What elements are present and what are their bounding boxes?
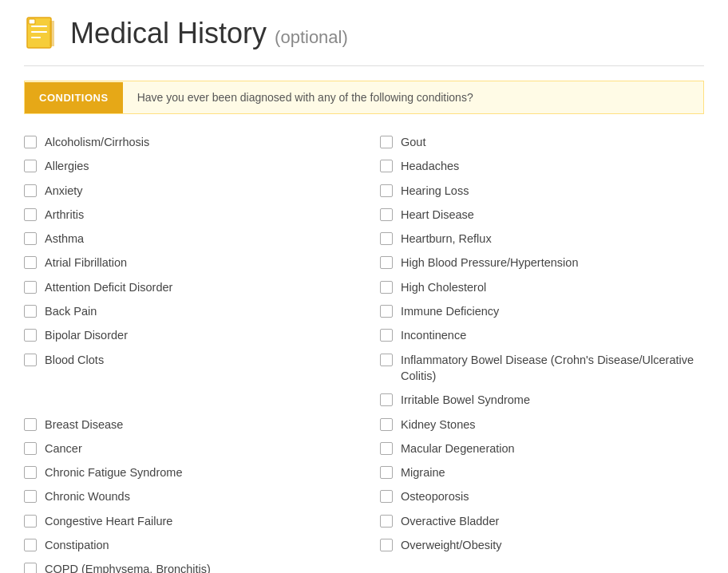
- condition-label: Bipolar Disorder: [45, 327, 128, 343]
- condition-label: Anxiety: [45, 183, 83, 199]
- list-item: Breast Disease: [24, 413, 348, 437]
- condition-checkbox[interactable]: [24, 490, 37, 503]
- condition-checkbox[interactable]: [24, 466, 37, 479]
- list-item: Constipation: [24, 533, 348, 557]
- conditions-grid: Alcoholism/CirrhosisGoutAllergiesHeadach…: [24, 130, 704, 573]
- page-title: Medical History (optional): [70, 17, 348, 50]
- condition-label: Heartburn, Reflux: [401, 231, 492, 247]
- condition-label: Macular Degeneration: [401, 441, 515, 456]
- list-item: Atrial Fibrillation: [24, 251, 348, 275]
- condition-checkbox[interactable]: [24, 136, 37, 148]
- list-item: Overweight/Obesity: [380, 533, 704, 557]
- list-item: High Blood Pressure/Hypertension: [380, 251, 704, 275]
- list-item: Macular Degeneration: [380, 437, 704, 460]
- list-item: High Cholesterol: [380, 275, 704, 299]
- condition-label: COPD (Emphysema, Bronchitis): [45, 561, 211, 573]
- list-item: Congestive Heart Failure: [24, 509, 348, 533]
- condition-checkbox[interactable]: [380, 490, 393, 503]
- list-item: Cancer: [24, 437, 348, 460]
- condition-label: High Cholesterol: [401, 279, 486, 295]
- condition-checkbox[interactable]: [380, 208, 393, 221]
- condition-checkbox[interactable]: [380, 232, 393, 245]
- list-item: Headaches: [380, 154, 704, 178]
- condition-label: Osteoporosis: [401, 488, 469, 504]
- condition-label: Headaches: [401, 158, 459, 174]
- list-item: Gout: [380, 130, 704, 154]
- condition-checkbox[interactable]: [24, 232, 37, 245]
- condition-checkbox[interactable]: [380, 305, 393, 318]
- list-item: Kidney Stones: [380, 413, 704, 437]
- condition-checkbox[interactable]: [380, 466, 393, 479]
- condition-label: Cancer: [45, 441, 82, 456]
- list-item: [24, 388, 348, 412]
- condition-label: Incontinence: [401, 327, 466, 343]
- condition-checkbox[interactable]: [24, 305, 37, 318]
- svg-rect-7: [29, 19, 35, 24]
- condition-checkbox[interactable]: [24, 160, 37, 172]
- conditions-header: CONDITIONS Have you ever been diagnosed …: [24, 81, 704, 114]
- condition-label: Immune Deficiency: [401, 303, 499, 319]
- condition-label: Chronic Wounds: [45, 488, 130, 504]
- condition-label: Congestive Heart Failure: [45, 513, 172, 529]
- condition-label: Allergies: [45, 158, 89, 174]
- condition-checkbox[interactable]: [24, 208, 37, 221]
- condition-checkbox[interactable]: [380, 393, 393, 406]
- list-item: Anxiety: [24, 179, 348, 203]
- list-item: Chronic Wounds: [24, 484, 348, 508]
- list-item: Allergies: [24, 154, 348, 178]
- list-item: Alcoholism/Cirrhosis: [24, 130, 348, 154]
- condition-checkbox[interactable]: [380, 136, 393, 148]
- list-item: [380, 557, 704, 573]
- condition-label: Overweight/Obesity: [401, 537, 502, 553]
- condition-label: Attention Deficit Disorder: [45, 279, 172, 295]
- condition-checkbox[interactable]: [380, 184, 393, 197]
- list-item: Heart Disease: [380, 203, 704, 227]
- condition-checkbox[interactable]: [380, 354, 393, 366]
- condition-label: Kidney Stones: [401, 417, 476, 433]
- list-item: Bipolar Disorder: [24, 323, 348, 347]
- medical-history-icon: [24, 16, 59, 51]
- condition-checkbox[interactable]: [24, 539, 37, 551]
- condition-checkbox[interactable]: [24, 256, 37, 269]
- list-item: Asthma: [24, 227, 348, 251]
- condition-label: Constipation: [45, 537, 109, 553]
- condition-checkbox[interactable]: [24, 354, 37, 366]
- condition-checkbox[interactable]: [380, 160, 393, 172]
- list-item: Hearing Loss: [380, 179, 704, 203]
- condition-label: High Blood Pressure/Hypertension: [401, 255, 578, 271]
- condition-checkbox[interactable]: [24, 184, 37, 197]
- condition-label: Overactive Bladder: [401, 513, 499, 529]
- condition-label: Arthritis: [45, 207, 84, 223]
- condition-label: Alcoholism/Cirrhosis: [45, 134, 149, 150]
- condition-label: Atrial Fibrillation: [45, 255, 127, 271]
- page-header: Medical History (optional): [24, 16, 704, 51]
- condition-label: Back Pain: [45, 303, 97, 319]
- condition-checkbox[interactable]: [380, 281, 393, 294]
- condition-checkbox[interactable]: [380, 515, 393, 528]
- condition-checkbox[interactable]: [380, 329, 393, 342]
- condition-checkbox[interactable]: [380, 418, 393, 431]
- condition-checkbox[interactable]: [24, 515, 37, 528]
- list-item: Chronic Fatigue Syndrome: [24, 460, 348, 484]
- condition-label: Blood Clots: [45, 352, 104, 368]
- list-item: Attention Deficit Disorder: [24, 275, 348, 299]
- condition-label: Chronic Fatigue Syndrome: [45, 464, 182, 480]
- list-item: Incontinence: [380, 323, 704, 347]
- condition-label: Irritable Bowel Syndrome: [401, 392, 530, 408]
- condition-checkbox[interactable]: [24, 281, 37, 294]
- condition-checkbox[interactable]: [24, 418, 37, 431]
- condition-label: Asthma: [45, 231, 84, 247]
- list-item: Arthritis: [24, 203, 348, 227]
- list-item: Blood Clots: [24, 348, 348, 389]
- list-item: Osteoporosis: [380, 484, 704, 508]
- condition-checkbox[interactable]: [24, 329, 37, 342]
- condition-checkbox[interactable]: [380, 442, 393, 455]
- list-item: Immune Deficiency: [380, 299, 704, 323]
- condition-checkbox[interactable]: [380, 256, 393, 269]
- condition-checkbox[interactable]: [24, 442, 37, 455]
- list-item: Overactive Bladder: [380, 509, 704, 533]
- list-item: Heartburn, Reflux: [380, 227, 704, 251]
- list-item: COPD (Emphysema, Bronchitis): [24, 557, 348, 573]
- condition-checkbox[interactable]: [24, 563, 37, 573]
- condition-checkbox[interactable]: [380, 539, 393, 551]
